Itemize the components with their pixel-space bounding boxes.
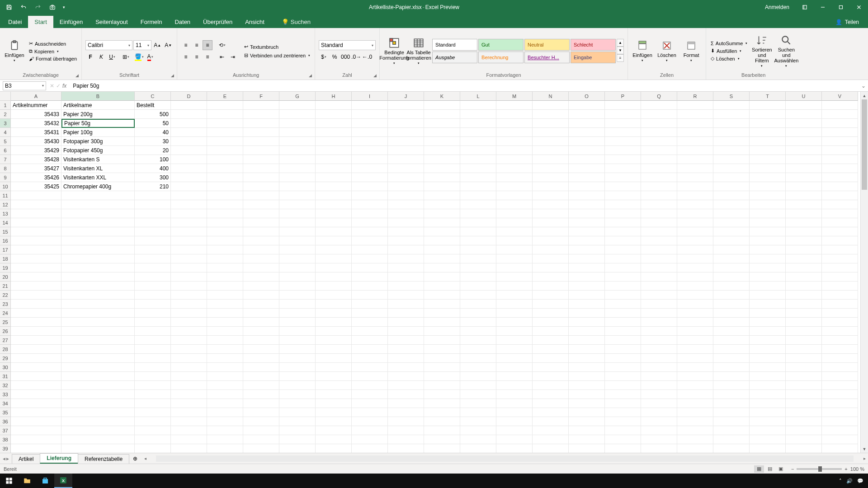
cell-F31[interactable] (243, 372, 279, 381)
hscroll-left[interactable]: ◂ (142, 456, 149, 461)
cell-U3[interactable] (786, 119, 822, 128)
tab-review[interactable]: Überprüfen (197, 16, 239, 28)
cell-D29[interactable] (171, 354, 207, 363)
cell-R30[interactable] (677, 363, 713, 372)
cell-M6[interactable] (496, 146, 533, 155)
cell-M12[interactable] (496, 200, 533, 209)
cell-M7[interactable] (496, 155, 533, 164)
cell-L14[interactable] (460, 218, 496, 227)
redo-button[interactable] (32, 0, 44, 14)
cell-R38[interactable] (677, 435, 713, 444)
cell-N18[interactable] (533, 254, 569, 263)
row-header-27[interactable]: 27 (0, 336, 11, 345)
cell-M28[interactable] (496, 345, 533, 354)
cell-Q20[interactable] (641, 272, 677, 282)
cell-F13[interactable] (243, 209, 279, 218)
cell-Q39[interactable] (641, 444, 677, 453)
cell-H22[interactable] (316, 291, 352, 300)
cell-F24[interactable] (243, 309, 279, 318)
cell-G17[interactable] (279, 245, 316, 254)
cell-L38[interactable] (460, 435, 496, 444)
cell-S33[interactable] (713, 390, 750, 399)
cell-U29[interactable] (786, 354, 822, 363)
tab-data[interactable]: Daten (168, 16, 197, 28)
cell-G1[interactable] (279, 101, 316, 110)
cell-J36[interactable] (388, 417, 424, 426)
cell-K28[interactable] (424, 345, 460, 354)
cell-I28[interactable] (352, 345, 388, 354)
cell-O15[interactable] (569, 227, 605, 236)
cell-I14[interactable] (352, 218, 388, 227)
style-standard[interactable]: Standard (432, 39, 477, 51)
cell-K22[interactable] (424, 291, 460, 300)
cell-E10[interactable] (207, 182, 243, 191)
cell-H27[interactable] (316, 336, 352, 345)
find-select-button[interactable]: Suchen und Auswählen▾ (775, 34, 797, 68)
cell-N30[interactable] (533, 363, 569, 372)
cell-D2[interactable] (171, 110, 207, 119)
cell-A34[interactable] (11, 399, 61, 408)
cell-I11[interactable] (352, 191, 388, 200)
cell-G9[interactable] (279, 173, 316, 182)
cell-J27[interactable] (388, 336, 424, 345)
cell-U33[interactable] (786, 390, 822, 399)
cell-A18[interactable] (11, 254, 61, 263)
cell-A31[interactable] (11, 372, 61, 381)
cell-G3[interactable] (279, 119, 316, 128)
cell-B30[interactable] (61, 363, 135, 372)
cell-A37[interactable] (11, 426, 61, 435)
cell-H29[interactable] (316, 354, 352, 363)
cell-B31[interactable] (61, 372, 135, 381)
cell-D16[interactable] (171, 236, 207, 245)
cell-H23[interactable] (316, 300, 352, 309)
cell-N28[interactable] (533, 345, 569, 354)
cell-M5[interactable] (496, 137, 533, 146)
cell-A29[interactable] (11, 354, 61, 363)
col-header-A[interactable]: A (11, 92, 61, 101)
cell-M8[interactable] (496, 164, 533, 173)
row-header-23[interactable]: 23 (0, 300, 11, 309)
cell-N32[interactable] (533, 381, 569, 390)
number-launcher[interactable]: ◢ (373, 73, 377, 78)
cell-R23[interactable] (677, 300, 713, 309)
cell-N6[interactable] (533, 146, 569, 155)
cell-F8[interactable] (243, 164, 279, 173)
cell-K1[interactable] (424, 101, 460, 110)
cell-C28[interactable] (135, 345, 171, 354)
cell-K39[interactable] (424, 444, 460, 453)
autosum-button[interactable]: ΣAutoSumme▾ (710, 40, 748, 47)
cell-D9[interactable] (171, 173, 207, 182)
cell-Q28[interactable] (641, 345, 677, 354)
cell-N19[interactable] (533, 263, 569, 272)
cell-G20[interactable] (279, 272, 316, 282)
cell-N35[interactable] (533, 408, 569, 417)
cell-Q32[interactable] (641, 381, 677, 390)
cell-I21[interactable] (352, 282, 388, 291)
cell-R13[interactable] (677, 209, 713, 218)
cell-M17[interactable] (496, 245, 533, 254)
cell-R6[interactable] (677, 146, 713, 155)
cell-N26[interactable] (533, 327, 569, 336)
sheet-nav-first[interactable]: ◂ (3, 455, 5, 462)
vertical-scrollbar[interactable]: ▲ ▼ (860, 92, 868, 453)
cell-U6[interactable] (786, 146, 822, 155)
cell-O22[interactable] (569, 291, 605, 300)
cell-I20[interactable] (352, 272, 388, 282)
cell-Q33[interactable] (641, 390, 677, 399)
tab-view[interactable]: Ansicht (239, 16, 271, 28)
cell-I4[interactable] (352, 128, 388, 137)
cell-P12[interactable] (605, 200, 641, 209)
col-header-V[interactable]: V (822, 92, 858, 101)
cell-L12[interactable] (460, 200, 496, 209)
cell-S34[interactable] (713, 399, 750, 408)
cell-G24[interactable] (279, 309, 316, 318)
cell-H16[interactable] (316, 236, 352, 245)
cell-U7[interactable] (786, 155, 822, 164)
cell-Q10[interactable] (641, 182, 677, 191)
cell-C2[interactable]: 500 (135, 110, 171, 119)
cell-L9[interactable] (460, 173, 496, 182)
cell-J12[interactable] (388, 200, 424, 209)
cell-T31[interactable] (750, 372, 786, 381)
cell-M11[interactable] (496, 191, 533, 200)
cell-N31[interactable] (533, 372, 569, 381)
